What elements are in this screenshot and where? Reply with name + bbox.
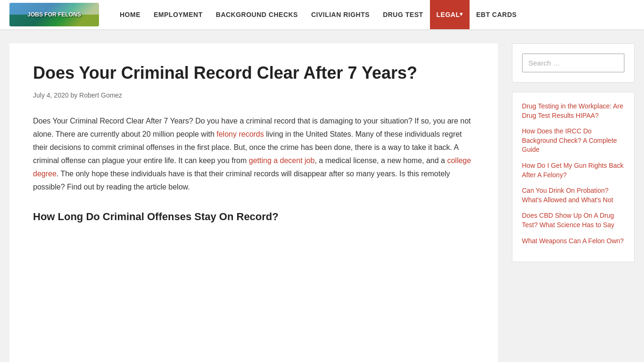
sidebar-link-6[interactable]: What Weapons Can A Felon Own? [522, 237, 625, 246]
felony-records-link[interactable]: felony records [216, 130, 264, 138]
article-author: Robert Gomez [79, 91, 122, 99]
list-item: What Weapons Can A Felon Own? [522, 237, 625, 246]
sidebar-link-5[interactable]: Does CBD Show Up On A Drug Test? What Sc… [522, 211, 625, 230]
article-by: by [70, 91, 77, 99]
article-meta: July 4, 2020 by Robert Gomez [33, 90, 474, 100]
nav-home[interactable]: HOME [113, 0, 147, 29]
list-item: Does CBD Show Up On A Drug Test? What Sc… [522, 211, 625, 230]
nav-ebt-cards[interactable]: EBT CARDS [470, 0, 523, 29]
main-nav: HOME EMPLOYMENT BACKGROUND CHECKS CIVILI… [113, 0, 523, 29]
nav-drug-test[interactable]: DRUG TEST [376, 0, 429, 29]
sidebar: Drug Testing in the Workplace: Are Drug … [512, 43, 635, 362]
decent-job-link[interactable]: getting a decent job [249, 156, 315, 165]
sidebar-search-box [512, 43, 635, 82]
nav-employment[interactable]: EMPLOYMENT [147, 0, 209, 29]
nav-background-checks[interactable]: BACKGROUND CHECKS [209, 0, 305, 29]
article-date: July 4, 2020 [33, 91, 69, 99]
article-title: Does Your Criminal Record Clear After 7 … [33, 62, 474, 84]
sidebar-link-4[interactable]: Can You Drink On Probation? What's Allow… [522, 186, 625, 205]
list-item: Drug Testing in the Workplace: Are Drug … [522, 102, 625, 120]
list-item: Can You Drink On Probation? What's Allow… [522, 186, 625, 205]
nav-legal[interactable]: LEGAL [430, 0, 470, 29]
site-header: JOBS FOR FELONS HOME EMPLOYMENT BACKGROU… [0, 0, 644, 29]
sidebar-links: Drug Testing in the Workplace: Are Drug … [512, 92, 635, 262]
article-paragraph-1: Does Your Criminal Record Clear After 7 … [33, 115, 474, 194]
related-links-list: Drug Testing in the Workplace: Are Drug … [522, 102, 625, 246]
search-input[interactable] [523, 54, 624, 72]
list-item: How Does the IRCC Do Background Check? A… [522, 127, 625, 155]
paragraph-1-text-d: . The only hope these individuals have i… [33, 170, 450, 191]
article-body: Does Your Criminal Record Clear After 7 … [33, 115, 474, 226]
search-input-wrapper [522, 53, 625, 73]
main-content: Does Your Criminal Record Clear After 7 … [9, 43, 498, 362]
sidebar-link-3[interactable]: How Do I Get My Gun Rights Back After A … [522, 161, 625, 180]
list-item: How Do I Get My Gun Rights Back After A … [522, 161, 625, 180]
subheading-1: How Long Do Criminal Offenses Stay On Re… [33, 208, 474, 226]
paragraph-1-text-c: , a medical license, a new home, and a [314, 156, 447, 165]
logo-text: JOBS FOR FELONS [27, 11, 81, 18]
page-wrapper: Does Your Criminal Record Clear After 7 … [0, 29, 644, 362]
nav-civilian-rights[interactable]: CIVILIAN RIGHTS [305, 0, 376, 29]
logo[interactable]: JOBS FOR FELONS [9, 3, 99, 26]
sidebar-link-2[interactable]: How Does the IRCC Do Background Check? A… [522, 127, 625, 155]
sidebar-link-1[interactable]: Drug Testing in the Workplace: Are Drug … [522, 102, 625, 120]
